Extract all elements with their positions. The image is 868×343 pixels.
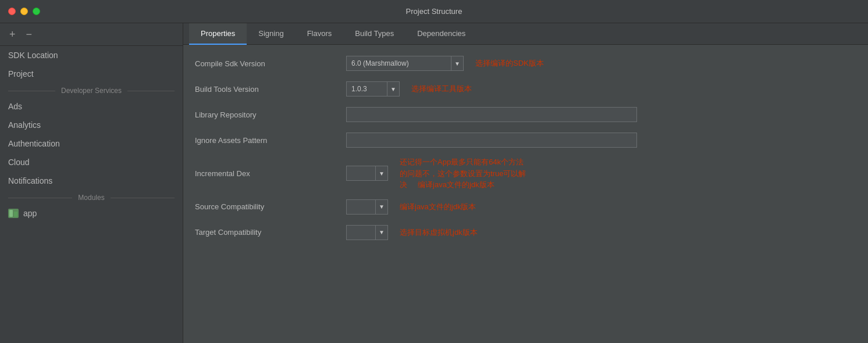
properties-panel: Compile Sdk Version 6.0 (Marshmallow) ▼ … (183, 45, 868, 343)
sidebar: + − SDK Location Project Developer Servi… (0, 23, 183, 343)
minimize-button[interactable] (20, 8, 28, 15)
developer-services-header: Developer Services (0, 83, 183, 97)
tab-signing[interactable]: Signing (247, 23, 295, 45)
build-tools-version-label: Build Tools Version (195, 85, 346, 94)
tabs-bar: Properties Signing Flavors Build Types D… (183, 23, 868, 45)
sidebar-item-analytics[interactable]: Analytics (0, 116, 183, 134)
build-tools-version-value: 1.0.3 (346, 81, 387, 97)
target-compatibility-label: Target Compatibility (195, 228, 346, 237)
window-title: Project Structure (406, 7, 463, 16)
remove-button[interactable]: − (24, 28, 35, 41)
source-compatibility-row: Source Compatibility ▼ 编译java文件的jdk版本 (195, 198, 856, 216)
svg-rect-1 (14, 212, 17, 217)
modules-header: Modules (0, 190, 183, 204)
sidebar-item-sdk-location[interactable]: SDK Location (0, 46, 183, 65)
target-compatibility-select[interactable]: ▼ (346, 225, 388, 240)
sidebar-item-cloud[interactable]: Cloud (0, 153, 183, 172)
compile-sdk-version-select[interactable]: 6.0 (Marshmallow) ▼ (346, 56, 464, 71)
target-compatibility-value (346, 225, 375, 240)
build-tools-version-dropdown-arrow[interactable]: ▼ (387, 81, 400, 97)
compile-sdk-version-dropdown-arrow[interactable]: ▼ (451, 56, 464, 71)
sidebar-item-ads[interactable]: Ads (0, 97, 183, 116)
maximize-button[interactable] (33, 8, 40, 15)
ignore-assets-pattern-input[interactable] (346, 133, 637, 148)
target-compatibility-row: Target Compatibility ▼ 选择目标虚拟机jdk版本 (195, 223, 856, 242)
close-button[interactable] (8, 8, 16, 15)
tab-dependencies[interactable]: Dependencies (405, 23, 477, 45)
incremental-dex-row: Incremental Dex ▼ 还记得一个App最多只能有64k个方法的问题… (195, 156, 856, 191)
target-compatibility-annotation: 选择目标虚拟机jdk版本 (400, 227, 478, 238)
sidebar-item-authentication[interactable]: Authentication (0, 134, 183, 153)
add-button[interactable]: + (7, 28, 18, 41)
incremental-dex-label: Incremental Dex (195, 169, 346, 178)
incremental-dex-annotation: 还记得一个App最多只能有64k个方法的问题不，这个参数设置为true可以解决 … (400, 156, 526, 191)
tab-build-types[interactable]: Build Types (343, 23, 405, 45)
ignore-assets-pattern-control (346, 133, 637, 148)
source-compatibility-annotation: 编译java文件的jdk版本 (400, 202, 476, 212)
incremental-dex-dropdown-arrow[interactable]: ▼ (375, 166, 388, 181)
source-compatibility-dropdown-arrow[interactable]: ▼ (375, 199, 388, 215)
ignore-assets-pattern-label: Ignore Assets Pattern (195, 136, 346, 145)
incremental-dex-select[interactable]: ▼ (346, 166, 388, 181)
compile-sdk-version-value: 6.0 (Marshmallow) (346, 56, 451, 71)
source-compatibility-label: Source Compatibility (195, 202, 346, 211)
incremental-dex-control: ▼ (346, 166, 388, 181)
build-tools-version-row: Build Tools Version 1.0.3 ▼ 选择编译工具版本 (195, 80, 856, 98)
build-tools-version-control: 1.0.3 ▼ (346, 81, 400, 97)
svg-rect-0 (9, 210, 13, 217)
source-compatibility-value (346, 199, 375, 215)
target-compatibility-control: ▼ (346, 225, 388, 240)
build-tools-version-select[interactable]: 1.0.3 ▼ (346, 81, 400, 97)
sidebar-item-project[interactable]: Project (0, 65, 183, 83)
tab-flavors[interactable]: Flavors (296, 23, 344, 45)
sidebar-item-notifications[interactable]: Notifications (0, 172, 183, 190)
compile-sdk-version-row: Compile Sdk Version 6.0 (Marshmallow) ▼ … (195, 54, 856, 73)
library-repository-row: Library Repository (195, 105, 856, 124)
ignore-assets-pattern-row: Ignore Assets Pattern (195, 131, 856, 149)
window-controls (8, 8, 40, 15)
build-tools-version-annotation: 选择编译工具版本 (411, 84, 472, 94)
source-compatibility-select[interactable]: ▼ (346, 199, 388, 215)
main-container: + − SDK Location Project Developer Servi… (0, 23, 868, 343)
sidebar-toolbar: + − (0, 23, 183, 46)
source-compatibility-control: ▼ (346, 199, 388, 215)
incremental-dex-value (346, 166, 375, 181)
target-compatibility-dropdown-arrow[interactable]: ▼ (375, 225, 388, 240)
library-repository-control (346, 107, 637, 122)
library-repository-label: Library Repository (195, 110, 346, 119)
compile-sdk-version-control: 6.0 (Marshmallow) ▼ (346, 56, 464, 71)
content-area: Properties Signing Flavors Build Types D… (183, 23, 868, 343)
library-repository-input[interactable] (346, 107, 637, 122)
compile-sdk-version-label: Compile Sdk Version (195, 59, 346, 68)
sidebar-item-app[interactable]: app (0, 204, 183, 223)
tab-properties[interactable]: Properties (189, 23, 247, 45)
compile-sdk-version-annotation: 选择编译的SDK版本 (475, 58, 544, 69)
module-icon (8, 209, 19, 218)
title-bar: Project Structure (0, 0, 868, 23)
